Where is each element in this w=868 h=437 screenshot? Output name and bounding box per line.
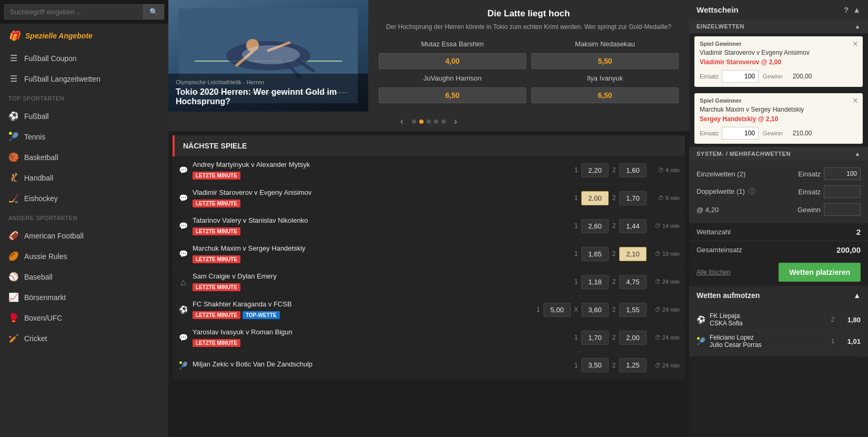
odd-label-2: 2 [611, 278, 617, 285]
odds-group-3: 1 1,65 2 2,10 [573, 247, 647, 261]
game-time-0: ⏱ 4 min [651, 167, 680, 173]
hero-dot-1[interactable] [419, 120, 423, 124]
sidebar-item-boxen-ufc[interactable]: 🥊 Boxen/UFC [0, 307, 168, 328]
einzelwetten-count: Einzelwetten (2) [697, 170, 745, 178]
bet-close-2[interactable]: ✕ [852, 96, 859, 105]
sidebar-item-spezielle-angebote[interactable]: 🎁 Spezielle Angebote [0, 24, 168, 48]
boost-collapse[interactable]: ▲ [853, 291, 861, 300]
odd-btn-2-3[interactable]: 2,10 [619, 247, 647, 261]
collapse-icon[interactable]: ▲ [853, 5, 861, 14]
sidebar-item-boersenmarkt[interactable]: 📈 Börsenmarkt [0, 287, 168, 307]
game-teams-2: Tatarinov Valery v Stanislav Nikolenko [193, 216, 569, 224]
sidebar-item-handball[interactable]: 🤾 Handball [0, 167, 168, 188]
doppelwette-info-icon[interactable]: ⓘ [749, 187, 755, 195]
game-icon-6: 💬 [178, 333, 188, 342]
wettanzahl-value: 2 [856, 227, 861, 236]
odd-btn-1-6[interactable]: 1,70 [581, 331, 609, 345]
odds-group-6: 1 1,70 2 2,00 [573, 331, 647, 345]
odd-label-2: 2 [611, 306, 617, 313]
odd-label-2: 2 [611, 362, 617, 369]
tennis-icon: 🎾 [8, 132, 19, 142]
game-teams-0: Andrey Martyinyuk v Alexander Mytsyk [193, 161, 569, 168]
odd-btn-1-0[interactable]: 2,20 [581, 163, 609, 177]
sidebar-item-tennis[interactable]: 🎾 Tennis [0, 126, 168, 147]
sidebar-item-american-football[interactable]: 🏈 American Football [0, 225, 168, 246]
bet-fields-2: Einsatz Gewinn 210,00 [700, 127, 857, 140]
time-val-0: 4 min [665, 167, 680, 173]
time-val-5: 24 min [662, 306, 680, 313]
badge-letzte: LETZTE MINUTE [193, 172, 240, 180]
hero-next-arrow[interactable]: › [449, 116, 462, 127]
sidebar-item-label: Tennis [24, 133, 45, 141]
doppelwette-odds: @ 4,20 [697, 206, 719, 214]
sidebar-item-fussball-coupon[interactable]: ☰ Fußball Coupon [0, 48, 168, 68]
hero-dot-2[interactable] [427, 120, 431, 124]
hero-odd-btn-2[interactable]: 6,50 [379, 87, 526, 103]
hero-prev-arrow[interactable]: ‹ [395, 116, 409, 127]
badge-letzte: LETZTE MINUTE [193, 283, 240, 291]
hero-dot-3[interactable] [434, 120, 438, 124]
odd-btn-2-5[interactable]: 1,55 [619, 303, 647, 317]
hero-title: Tokio 2020 Herren: Wer gewinnt Gold im H… [176, 87, 361, 106]
sidebar-item-cricket[interactable]: 🏏 Cricket [0, 328, 168, 349]
sidebar-item-label: Boxen/UFC [24, 314, 62, 322]
sidebar-item-fussball-langzeit[interactable]: ☰ Fußball Langzeitwetten [0, 68, 168, 89]
hero-odd-btn-1[interactable]: 5,50 [531, 53, 679, 69]
odd-btn-1-1[interactable]: 2,00 [581, 191, 609, 205]
game-icon-2: 💬 [178, 222, 188, 230]
boost-item-0: ⚽ FK Liepaja CSKA Sofia 2 1,80 [697, 309, 861, 331]
bet-close-1[interactable]: ✕ [852, 39, 859, 48]
odd-btn-1-2[interactable]: 2,60 [581, 219, 609, 233]
hero-athlete-name-3: Ilya Ivanyuk [531, 72, 679, 84]
odd-btn-2-2[interactable]: 1,44 [619, 219, 647, 233]
sidebar-item-label: Basketball [24, 153, 58, 162]
odd-btn-1-5[interactable]: 5,00 [543, 303, 571, 317]
doppelwette-einsatz-input[interactable] [824, 185, 861, 198]
odd-btn-1-3[interactable]: 1,65 [581, 247, 609, 261]
sidebar-item-baseball[interactable]: ⚾ Baseball [0, 266, 168, 287]
bet-selection-1: Vladimir Staroverov @ 2,00 [700, 58, 857, 66]
odd-btn-2-7[interactable]: 1,25 [619, 358, 647, 372]
einsatz-input-2[interactable] [722, 127, 759, 140]
einzelwetten-einsatz-input[interactable] [824, 167, 861, 180]
sidebar-item-label: Aussie Rules [24, 252, 67, 261]
odds-group-7: 1 3,50 2 1,25 [573, 358, 647, 372]
odd-btn-1-7[interactable]: 3,50 [581, 358, 609, 372]
sidebar-item-fussball[interactable]: ⚽ Fußball [0, 106, 168, 126]
system-collapse[interactable]: ▲ [855, 151, 861, 157]
doppelwette-gewinn-input[interactable] [824, 203, 861, 216]
hero-odd-btn-3[interactable]: 6,50 [531, 87, 679, 103]
odd-label-2: 2 [611, 166, 617, 174]
help-icon[interactable]: ? [844, 5, 849, 14]
search-input[interactable] [4, 4, 144, 19]
sidebar-item-eishockey[interactable]: 🏒 Eishockey [0, 188, 168, 208]
search-button[interactable]: 🔍 [144, 4, 164, 19]
boost-teams-1: Feliciano Lopez Julio Cesar Porras [710, 334, 824, 349]
einzelwetten-collapse[interactable]: ▲ [855, 23, 861, 29]
place-bet-button[interactable]: Wetten platzieren [779, 263, 861, 282]
odd-btn-2-6[interactable]: 2,00 [619, 331, 647, 345]
einsatz-input-1[interactable] [722, 70, 759, 83]
einsatz-group-2: Einsatz [700, 127, 759, 140]
hero-odd-btn-0[interactable]: 4,00 [379, 53, 526, 69]
bet-type-1: Spiel Gewinner [700, 41, 857, 47]
sidebar-item-label: Baseball [24, 273, 53, 281]
hero-overlay: Olympische Leichtathletik - Herren Tokio… [168, 74, 368, 112]
sidebar-item-label: Cricket [24, 334, 47, 343]
sidebar-item-aussie-rules[interactable]: 🏉 Aussie Rules [0, 246, 168, 266]
delete-all-button[interactable]: Alle löschen [697, 269, 731, 276]
games-header: NÄCHSTE SPIELE [173, 135, 685, 156]
wettanzahl-label: Wettanzahl [697, 228, 731, 236]
hero-dot-0[interactable] [412, 120, 416, 124]
game-icon-0: 💬 [178, 166, 188, 174]
odd-btn-2-4[interactable]: 4,75 [619, 275, 647, 289]
odd-btn-x-5[interactable]: 3,60 [581, 303, 609, 317]
odd-label-x: X [573, 306, 579, 313]
odd-btn-2-1[interactable]: 1,70 [619, 191, 647, 205]
hero-sport-label: Olympische Leichtathletik - Herren [176, 79, 361, 85]
hero-dot-4[interactable] [441, 120, 446, 124]
odd-btn-2-0[interactable]: 1,60 [619, 163, 647, 177]
sidebar-item-label: Fußball Langzeitwetten [24, 75, 100, 83]
sidebar-item-basketball[interactable]: 🏀 Basketball [0, 147, 168, 167]
odd-btn-1-4[interactable]: 1,18 [581, 275, 609, 289]
